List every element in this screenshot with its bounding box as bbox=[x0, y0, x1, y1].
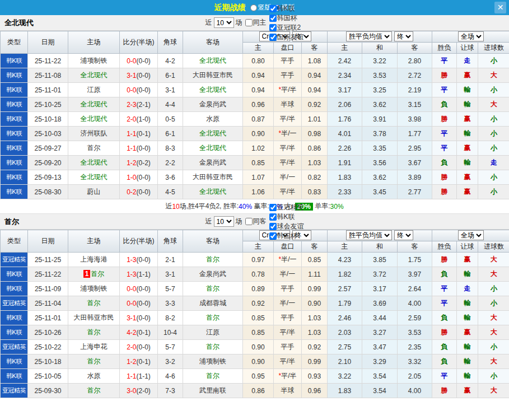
handicap-line-text: 平手 bbox=[281, 57, 295, 64]
league-checkbox[interactable] bbox=[269, 5, 277, 12]
handicap-line-text: 半/一 bbox=[280, 173, 295, 181]
same-venue-filter[interactable]: 同客 bbox=[242, 217, 267, 226]
league-filter[interactable]: 韩国杯 bbox=[267, 231, 304, 241]
match-count-select[interactable]: 10 bbox=[214, 17, 234, 28]
league-checkbox[interactable] bbox=[269, 223, 277, 230]
home-team-name: 济州联队 bbox=[81, 129, 108, 137]
handicap-line: 平手 bbox=[274, 54, 302, 68]
corner-score: 4-5 bbox=[158, 185, 183, 199]
away-team-name: 首尔 bbox=[206, 314, 220, 321]
league-filter[interactable]: 韩K联 bbox=[267, 4, 304, 13]
handicap-line: *半/一 bbox=[274, 253, 302, 267]
league-type-cell: 亚冠精英 bbox=[1, 384, 28, 398]
home-team-name: 首尔 bbox=[87, 328, 101, 336]
handicap-line: 平手 bbox=[274, 68, 302, 83]
col-eu-away: 客 bbox=[398, 241, 432, 253]
fulltime-score: 2-0 bbox=[127, 343, 136, 351]
score-cell: 1-0(0-0) bbox=[120, 170, 158, 185]
same-venue-checkbox[interactable] bbox=[245, 19, 253, 26]
draw-odds: 3.53 bbox=[362, 68, 398, 83]
league-checkbox[interactable] bbox=[269, 24, 277, 31]
corner-score: 0-5 bbox=[158, 112, 183, 127]
handicap-line-text: 半球 bbox=[281, 100, 295, 108]
league-checkbox[interactable] bbox=[269, 15, 277, 22]
final-europe-select[interactable]: 终 bbox=[394, 230, 413, 240]
handicap-line: 平/半 bbox=[274, 112, 302, 127]
halftime-score: (0-0) bbox=[137, 285, 151, 293]
score-cell: 0-0(0-0) bbox=[120, 296, 158, 311]
match-date: 25-11-25 bbox=[28, 253, 68, 267]
league-checkbox[interactable] bbox=[269, 232, 277, 240]
home-team: 全北现代 bbox=[68, 68, 120, 83]
league-filter-label: 韩K联 bbox=[277, 212, 295, 222]
result-handicap: 赢 bbox=[457, 141, 478, 156]
handicap-line: 半/一 bbox=[274, 296, 302, 311]
result-win-draw-lose: 負 bbox=[432, 267, 457, 282]
scope-select[interactable]: 全场 bbox=[458, 31, 484, 41]
handicap-home-odds: 0.97 bbox=[243, 253, 274, 267]
result-win-draw-lose: 勝 bbox=[432, 253, 457, 267]
handicap-line-text: 半/一 bbox=[280, 270, 295, 278]
handicap-line-text: 半/一 bbox=[280, 299, 295, 307]
corner-score: 2-1 bbox=[158, 253, 183, 267]
league-filter-label: 亚冠精英 bbox=[277, 203, 304, 212]
away-team: 首尔 bbox=[183, 311, 243, 325]
corner-score: 8-2 bbox=[158, 311, 183, 325]
league-checkbox[interactable] bbox=[269, 34, 277, 41]
match-count-select[interactable]: 10 bbox=[214, 216, 234, 227]
handicap-away-odds: 0.82 bbox=[302, 170, 328, 185]
fulltime-score: 0-0 bbox=[127, 86, 136, 94]
league-filter[interactable]: 球会友谊 bbox=[267, 222, 304, 231]
league-filter[interactable]: 亚冠精英 bbox=[267, 203, 304, 212]
handicap-line-text: 平/半 bbox=[280, 158, 295, 166]
europe-odds-select[interactable]: 胜平负均值 bbox=[346, 230, 392, 240]
handicap-away-odds: 1.03 bbox=[302, 311, 328, 325]
home-team-name: 全北现代 bbox=[81, 173, 108, 181]
league-filter[interactable]: 韩国杯 bbox=[267, 13, 304, 23]
halftime-score: (0-0) bbox=[137, 256, 151, 264]
same-venue-filter[interactable]: 同主 bbox=[242, 18, 267, 27]
europe-odds-select[interactable]: 胜平负均值 bbox=[346, 31, 392, 41]
result-goals: 小 bbox=[478, 83, 509, 97]
result-goals: 大 bbox=[478, 68, 509, 83]
halftime-score: (0-1) bbox=[137, 130, 151, 138]
draw-odds: 3.85 bbox=[362, 253, 398, 267]
handicap-home-odds: 1.07 bbox=[243, 170, 274, 185]
result-win-draw-lose: 勝 bbox=[432, 170, 457, 185]
league-filter[interactable]: 韩K联 bbox=[267, 212, 304, 222]
league-checkbox[interactable] bbox=[269, 213, 277, 221]
handicap-away-odds: 0.85 bbox=[302, 253, 328, 267]
league-type-cell: 韩K联 bbox=[1, 54, 28, 68]
league-type-cell: 韩K联 bbox=[1, 156, 28, 170]
lose-odds: 2.64 bbox=[398, 282, 432, 296]
league-filter[interactable]: 国际友谊 bbox=[267, 32, 304, 42]
win-odds: 2.42 bbox=[328, 54, 362, 68]
match-date: 25-10-18 bbox=[28, 354, 68, 369]
col-date: 日期 bbox=[28, 31, 68, 54]
handicap-away-odds: 1.08 bbox=[302, 54, 328, 68]
halftime-score: (0-0) bbox=[137, 174, 151, 181]
score-cell: 2-0(0-0) bbox=[120, 340, 158, 354]
same-venue-checkbox[interactable] bbox=[245, 218, 253, 225]
draw-odds: 3.62 bbox=[362, 97, 398, 112]
win-odds: 1.76 bbox=[328, 112, 362, 127]
win-odds: 3.17 bbox=[328, 83, 362, 97]
league-filter[interactable]: 亚冠联2 bbox=[267, 23, 304, 32]
league-type-cell: 韩K联 bbox=[1, 141, 28, 156]
home-team: 全北现代 bbox=[68, 112, 120, 127]
league-checkbox[interactable] bbox=[269, 204, 277, 211]
result-handicap: 輸 bbox=[457, 296, 478, 311]
handicap-away-odds: 0.92 bbox=[302, 340, 328, 354]
lose-odds: 1.77 bbox=[398, 127, 432, 141]
handicap-home-odds: 0.95 bbox=[243, 369, 274, 384]
result-group-header: 全场 bbox=[432, 230, 509, 241]
draw-odds: 3.54 bbox=[362, 384, 398, 398]
scope-select[interactable]: 全场 bbox=[458, 230, 484, 240]
final-europe-select[interactable]: 终 bbox=[394, 31, 413, 41]
match-date: 25-11-22 bbox=[28, 54, 68, 68]
fulltime-score: 1-2 bbox=[127, 358, 136, 366]
score-cell: 3-0(2-0) bbox=[120, 384, 158, 398]
result-win-draw-lose: 勝 bbox=[432, 325, 457, 340]
close-icon[interactable]: ✕ bbox=[494, 2, 506, 13]
fulltime-score: 1-1 bbox=[127, 372, 136, 380]
